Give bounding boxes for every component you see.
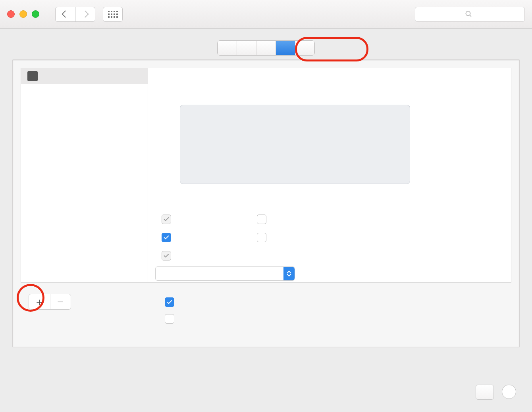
traffic-lights [7,10,39,18]
keyboard-layout-preview [180,105,410,184]
input-source-badge-icon [27,71,38,81]
add-remove-source: ＋ − [29,294,71,310]
show-all-prefs-button[interactable] [103,7,123,22]
tab-userdict[interactable] [237,41,256,55]
bluetooth-keyboard-setup-button[interactable] [476,385,494,400]
input-modes [162,210,177,265]
checkbox-show-input-menu[interactable] [165,297,174,307]
input-source-row-japanese[interactable] [21,68,148,84]
minimize-window-button[interactable] [19,10,27,18]
tab-keyboard[interactable] [218,41,237,55]
tab-shortcuts[interactable] [256,41,276,55]
search-icon [465,10,472,18]
svg-point-0 [466,11,470,15]
close-window-button[interactable] [7,10,15,18]
caps-lock-select[interactable] [155,266,295,281]
svg-line-1 [470,15,471,17]
caps-lock-row [150,266,295,281]
nav-back-forward [55,7,95,22]
select-stepper-icon [283,267,295,280]
checkbox-auto-switch-source[interactable] [165,314,174,324]
below-controls: ＋ − [29,294,503,310]
checkbox-eiji [162,251,171,261]
search-field[interactable] [415,7,525,22]
checkbox-zenkaku-eiji[interactable] [257,215,266,224]
back-button[interactable] [56,7,75,21]
checkbox-hiragana [162,215,171,224]
checkbox-katakana[interactable] [162,233,171,242]
tab-dictation[interactable] [295,41,314,55]
forward-button[interactable] [75,7,95,21]
add-source-button[interactable]: ＋ [29,294,50,309]
input-sources-sidebar [21,68,148,282]
remove-source-button[interactable]: − [50,294,71,309]
chevron-left-icon [62,10,69,17]
window-toolbar [0,0,532,29]
checkbox-hankaku-katakana[interactable] [257,233,266,242]
tab-input-sources[interactable] [276,41,295,55]
bottom-bar [0,357,532,412]
help-button[interactable] [502,385,516,399]
tabs [217,40,315,56]
chevron-right-icon [81,10,89,17]
preferences-panel: ＋ − [12,59,520,347]
grid-icon [108,11,118,18]
body-area: ＋ − [0,29,532,412]
zoom-window-button[interactable] [32,10,39,18]
input-source-detail [148,68,511,282]
source-split [21,68,511,283]
